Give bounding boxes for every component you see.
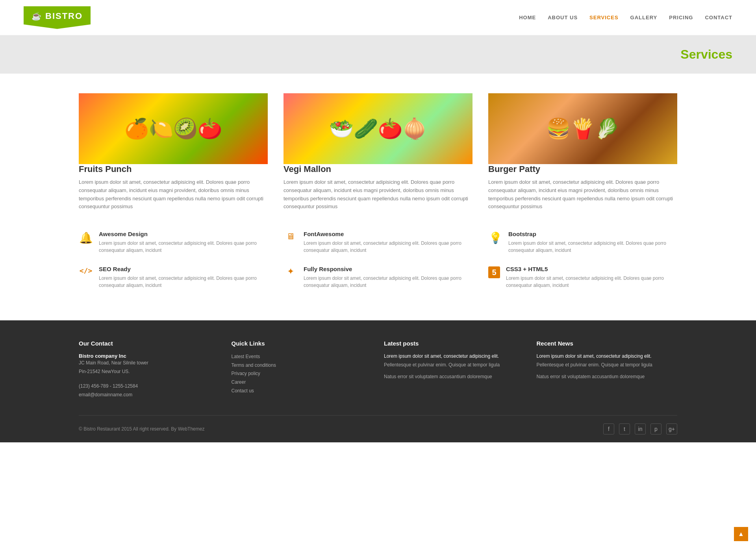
service-image-vegi: 🥗🥒🍅🧅 (284, 93, 472, 164)
feature-desc-4: Lorem ipsum dolor sit amet, consectetur … (99, 275, 268, 289)
service-title-vegi: Vegi Mallon (284, 164, 472, 174)
page-title: Services (24, 47, 732, 62)
code-icon: </> (79, 266, 93, 275)
feature-fontawesome: 🖥 FontAwesome Lorem ipsum dolor sit amet… (284, 231, 472, 254)
feature-responsive: ✦ Fully Responsive Lorem ipsum dolor sit… (284, 266, 472, 289)
footer-news1-body: Pellentesque et pulvinar enim. Quisque a… (537, 361, 678, 368)
bulb-icon: 💡 (488, 231, 502, 244)
social-twitter[interactable]: t (619, 423, 630, 434)
footer-columns: Our Contact Bistro company Inc JC Main R… (79, 340, 677, 399)
feature-content-6: CSS3 + HTML5 Lorem ipsum dolor sit amet,… (506, 266, 677, 289)
feature-title-6: CSS3 + HTML5 (506, 266, 677, 272)
footer-contact-heading: Our Contact (79, 340, 220, 347)
feature-content-1: Awesome Design Lorem ipsum dolor sit ame… (99, 231, 268, 254)
feature-bootstrap: 💡 Bootstrap Lorem ipsum dolor sit amet, … (488, 231, 677, 254)
service-card-vegi: 🥗🥒🍅🧅 Vegi Mallon Lorem ipsum dolor sit a… (284, 93, 472, 211)
logo-icon: ☕ (32, 11, 42, 21)
social-linkedin[interactable]: in (635, 423, 646, 434)
social-google[interactable]: g+ (666, 423, 677, 434)
footer-post1-title: Lorem ipsum dolor sit amet, consectetur … (384, 353, 525, 360)
footer-contact-col: Our Contact Bistro company Inc JC Main R… (79, 340, 220, 399)
feature-content-4: SEO Ready Lorem ipsum dolor sit amet, co… (99, 266, 268, 289)
feature-content-5: Fully Responsive Lorem ipsum dolor sit a… (304, 266, 472, 289)
footer-pin: Pin-21542 NewYour US. (79, 368, 220, 376)
service-title-burger: Burger Patty (488, 164, 677, 174)
feature-desc-5: Lorem ipsum dolor sit amet, consectetur … (304, 275, 472, 289)
footer: Our Contact Bistro company Inc JC Main R… (0, 320, 756, 442)
footer-quick-links-col: Quick Links Latest Events Terms and cond… (232, 340, 372, 399)
footer-link-privacy[interactable]: Privacy policy (232, 370, 372, 378)
footer-link-terms[interactable]: Terms and conditions (232, 361, 372, 370)
footer-address: JC Main Road, Near Silnile tower (79, 359, 220, 368)
html5-icon: 5 (488, 266, 500, 278)
nav-services[interactable]: SERVICES (589, 15, 619, 20)
nav-contact[interactable]: CONTACT (705, 15, 732, 20)
footer-link-career[interactable]: Career (232, 378, 372, 387)
footer-latest-posts-heading: Latest posts (384, 340, 525, 347)
feature-desc-1: Lorem ipsum dolor sit amet, consectetur … (99, 240, 268, 254)
page-title-bar: Services (0, 35, 756, 74)
footer-company-name: Bistro company Inc (79, 353, 126, 359)
footer-link-events[interactable]: Latest Events (232, 353, 372, 361)
feature-awesome-design: 🔔 Awesome Design Lorem ipsum dolor sit a… (79, 231, 268, 254)
service-card-fruits: 🍊🍋🥝🍅 Fruits Punch Lorem ipsum dolor sit … (79, 93, 268, 211)
footer-bottom: © Bistro Restaurant 2015 All right reser… (79, 415, 677, 434)
feature-html5: 5 CSS3 + HTML5 Lorem ipsum dolor sit ame… (488, 266, 677, 289)
social-icons: f t in p g+ (603, 423, 677, 434)
footer-post2-body: Natus error sit voluptatem accusantium d… (384, 373, 525, 380)
service-image-burger: 🍔🍟🥬 (488, 93, 677, 164)
features-grid: 🔔 Awesome Design Lorem ipsum dolor sit a… (79, 231, 677, 289)
screen-icon: 🖥 (284, 231, 298, 242)
header: ☕ BISTRO HOME ABOUT US SERVICES GALLERY … (0, 0, 756, 35)
feature-title-5: Fully Responsive (304, 266, 472, 272)
feature-seo: </> SEO Ready Lorem ipsum dolor sit amet… (79, 266, 268, 289)
service-desc-fruits: Lorem ipsum dolor sit amet, consectetur … (79, 178, 268, 211)
logo-text: BISTRO (45, 11, 83, 21)
footer-link-contact[interactable]: Contact us (232, 387, 372, 396)
bell-icon: 🔔 (79, 231, 93, 244)
footer-news1-title: Lorem ipsum dolor sit amet, consectetur … (537, 353, 678, 360)
footer-quick-links-heading: Quick Links (232, 340, 372, 347)
feature-title-3: Bootstrap (508, 231, 677, 237)
service-card-burger: 🍔🍟🥬 Burger Patty Lorem ipsum dolor sit a… (488, 93, 677, 211)
services-cards: 🍊🍋🥝🍅 Fruits Punch Lorem ipsum dolor sit … (79, 93, 677, 211)
feature-content-2: FontAwesome Lorem ipsum dolor sit amet, … (304, 231, 472, 254)
main-content: 🍊🍋🥝🍅 Fruits Punch Lorem ipsum dolor sit … (0, 74, 756, 320)
social-facebook[interactable]: f (603, 423, 614, 434)
feature-content-3: Bootstrap Lorem ipsum dolor sit amet, co… (508, 231, 677, 254)
service-desc-burger: Lorem ipsum dolor sit amet, consectetur … (488, 178, 677, 211)
footer-copyright: © Bistro Restaurant 2015 All right reser… (79, 426, 204, 432)
responsive-icon: ✦ (284, 266, 298, 277)
footer-news2-body: Natus error sit voluptatem accusantium d… (537, 373, 678, 380)
footer-recent-news-col: Recent News Lorem ipsum dolor sit amet, … (537, 340, 678, 399)
nav-about[interactable]: ABOUT US (548, 15, 578, 20)
logo[interactable]: ☕ BISTRO (24, 6, 91, 29)
footer-latest-posts-col: Latest posts Lorem ipsum dolor sit amet,… (384, 340, 525, 399)
service-image-fruits: 🍊🍋🥝🍅 (79, 93, 268, 164)
service-desc-vegi: Lorem ipsum dolor sit amet, consectetur … (284, 178, 472, 211)
feature-desc-6: Lorem ipsum dolor sit amet, consectetur … (506, 275, 677, 289)
feature-title-4: SEO Ready (99, 266, 268, 272)
feature-desc-2: Lorem ipsum dolor sit amet, consectetur … (304, 240, 472, 254)
feature-desc-3: Lorem ipsum dolor sit amet, consectetur … (508, 240, 677, 254)
service-title-fruits: Fruits Punch (79, 164, 268, 174)
feature-title-1: Awesome Design (99, 231, 268, 237)
footer-phone: (123) 456-789 - 1255-12584 (79, 382, 220, 391)
main-nav: HOME ABOUT US SERVICES GALLERY PRICING C… (519, 15, 732, 20)
logo-badge: ☕ BISTRO (24, 6, 91, 29)
nav-home[interactable]: HOME (519, 15, 536, 20)
nav-gallery[interactable]: GALLERY (630, 15, 658, 20)
footer-post1-body: Pellentesque et pulvinar enim. Quisque a… (384, 361, 525, 368)
footer-email: email@domainname.com (79, 391, 220, 399)
feature-title-2: FontAwesome (304, 231, 472, 237)
social-pinterest[interactable]: p (650, 423, 662, 434)
nav-pricing[interactable]: PRICING (669, 15, 693, 20)
footer-recent-news-heading: Recent News (537, 340, 678, 347)
